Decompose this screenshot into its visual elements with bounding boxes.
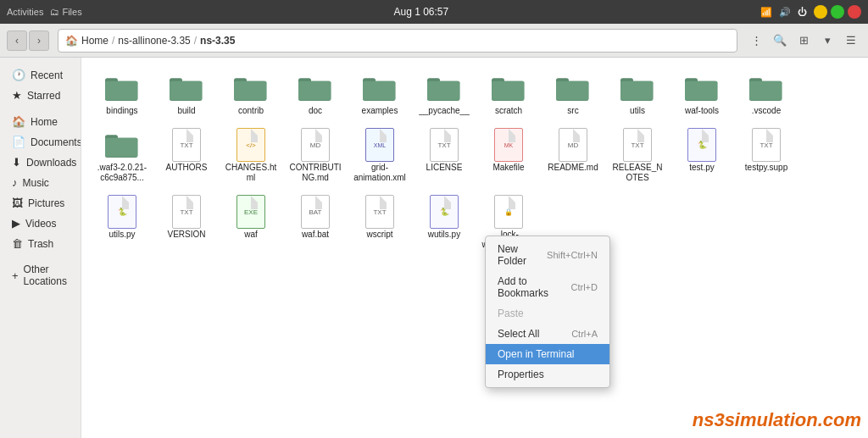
file-Makefile[interactable]: MK Makefile [478,125,539,188]
file-label-CONTRIBUTING: CONTRIBUTING.md [288,163,342,183]
back-button[interactable]: ‹ [7,30,27,51]
search-button[interactable]: 🔍 [770,30,790,51]
file-icon-waf-bat: BAT [297,197,334,227]
minimize-button[interactable] [814,5,827,19]
file-CONTRIBUTING[interactable]: MD CONTRIBUTING.md [285,125,346,188]
sidebar-item-trash-label: Trash [28,238,53,250]
context-menu-open-terminal[interactable]: Open in Terminal [486,344,609,364]
file-wscript[interactable]: TXT wscript [349,191,410,265]
breadcrumb-home-icon: 🏠 [65,35,78,47]
file-utils-py[interactable]: 🐍 utils.py [92,191,153,265]
sidebar-item-other[interactable]: + Other Locations [3,260,77,291]
folder-icon-doc [297,73,334,103]
file-LICENSE[interactable]: TXT LICENSE [414,125,475,188]
breadcrumb-sep1: / [112,35,114,47]
file-label-testpy-supp: testpy.supp [745,163,787,173]
file-vscode[interactable]: .vscode [736,68,797,121]
starred-icon: ★ [12,89,22,102]
file-icon-VERSION: TXT [168,197,205,227]
topbar-right: 📶 🔊 ⏻ [760,5,861,19]
context-menu-properties[interactable]: Properties [486,364,609,385]
sidebar-item-starred[interactable]: ★ Starred [3,86,77,105]
power-icon: ⏻ [798,7,807,17]
pictures-icon: 🖼 [12,197,23,209]
file-waf-bat[interactable]: BAT waf.bat [285,191,346,265]
view-list-button[interactable]: ☰ [841,30,861,51]
file-icon-AUTHORS: TXT [168,130,205,160]
file-examples[interactable]: examples [349,68,410,121]
watermark: ns3simulation.com [693,409,861,431]
file-label-examples: examples [362,106,398,116]
file-pycache[interactable]: __pycache__ [414,68,475,121]
file-waf3[interactable]: .waf3-2.0.21-c6c9a875... [92,125,153,188]
file-icon-lock-waf: 🔒 [490,197,527,227]
file-label-RELEASE-NOTES: RELEASE_NOTES [610,163,665,183]
file-label-wutils-py: wutils.py [428,230,460,240]
file-doc[interactable]: doc [285,68,346,121]
file-icon-grid-animation: XML [361,130,398,160]
file-label-test-py: test.py [689,163,714,173]
folder-icon-waf-tools [683,73,721,103]
file-label-bindings: bindings [106,106,137,116]
file-label-README: README.md [548,163,598,173]
sidebar-item-trash[interactable]: 🗑 Trash [3,234,77,253]
file-AUTHORS[interactable]: TXT AUTHORS [156,125,217,188]
sidebar-item-music[interactable]: ♪ Music [3,173,77,192]
activities-label[interactable]: Activities [7,7,43,17]
file-label-vscode: .vscode [752,106,781,116]
sidebar-item-recent[interactable]: 🕐 Recent [3,65,77,85]
file-scratch[interactable]: scratch [478,68,539,121]
sidebar-item-documents[interactable]: 📄 Documents [3,132,77,152]
maximize-button[interactable] [831,5,844,19]
file-README[interactable]: MD README.md [542,125,604,188]
sidebar-item-videos[interactable]: ▶ Videos [3,213,77,233]
svg-rect-8 [234,81,266,101]
context-menu-select-all[interactable]: Select All Ctrl+A [486,324,609,344]
breadcrumb-current[interactable]: ns-3.35 [200,35,235,47]
file-wutils-py[interactable]: 🐍 wutils.py [414,191,475,265]
svg-rect-32 [749,81,782,101]
file-RELEASE-NOTES[interactable]: TXT RELEASE_NOTES [607,125,668,188]
file-icon-test-py: 🐍 [683,130,721,160]
breadcrumb-home[interactable]: Home [81,35,108,47]
file-CHANGES[interactable]: </> CHANGES.html [220,125,281,188]
svg-rect-2 [105,81,137,101]
more-options-button[interactable]: ⋮ [746,30,766,51]
folder-icon-bindings [103,73,141,103]
sidebar-item-downloads[interactable]: ⬇ Downloads [3,152,77,172]
file-waf-tools[interactable]: waf-tools [671,68,732,121]
view-chevron-button[interactable]: ▾ [817,30,837,51]
files-label[interactable]: 🗂 Files [50,7,81,17]
menu-item-shortcut-new-folder: Shift+Ctrl+N [547,250,598,260]
sidebar-item-home[interactable]: 🏠 Home [3,112,77,131]
file-test-py[interactable]: 🐍 test.py [671,125,732,188]
file-icon-small: 🗂 [50,7,59,17]
menu-item-label-select-all: Select All [498,328,539,340]
breadcrumb-parent[interactable]: ns-allinone-3.35 [118,35,190,47]
file-testpy-supp[interactable]: TXT testpy.supp [736,125,797,188]
topbar-left: Activities 🗂 Files [7,7,82,17]
close-button[interactable] [848,5,861,19]
file-src[interactable]: src [542,68,604,121]
documents-icon: 📄 [12,136,25,148]
file-grid-animation[interactable]: XML grid-animation.xml [349,125,410,188]
view-grid-button[interactable]: ⊞ [793,30,814,51]
file-build[interactable]: build [156,68,217,121]
file-contrib[interactable]: contrib [220,68,281,121]
menu-item-label-open-terminal: Open in Terminal [498,348,575,360]
main-content: 🕐 Recent ★ Starred 🏠 Home 📄 Documents ⬇ … [0,58,868,438]
file-waf[interactable]: EXE waf [220,191,281,265]
file-VERSION[interactable]: TXT VERSION [156,191,217,265]
sidebar-sep2 [0,254,81,259]
file-label-scratch: scratch [495,106,522,116]
sidebar-item-pictures[interactable]: 🖼 Pictures [3,193,77,213]
forward-button[interactable]: › [29,30,49,51]
context-menu-new-folder[interactable]: New Folder Shift+Ctrl+N [486,239,609,271]
context-menu-add-bookmarks[interactable]: Add to Bookmarks Ctrl+D [486,271,609,303]
sidebar-item-videos-label: Videos [25,218,56,230]
sidebar-item-home-label: Home [31,116,58,128]
file-utils[interactable]: utils [607,68,668,121]
file-bindings[interactable]: bindings [92,68,153,121]
menu-item-label-paste: Paste [498,308,524,319]
file-icon-LICENSE: TXT [426,130,463,160]
